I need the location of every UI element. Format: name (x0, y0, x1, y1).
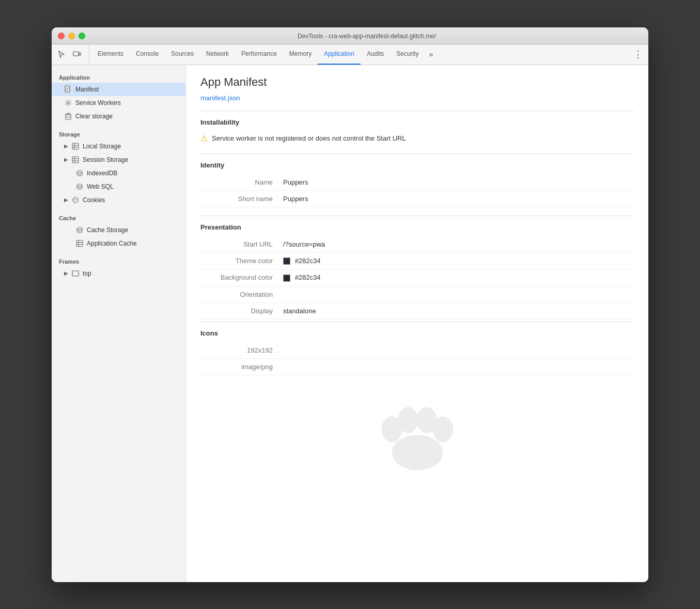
sidebar-item-service-workers[interactable]: Service Workers (52, 96, 185, 110)
sidebar-item-cache-storage[interactable]: Cache Storage (52, 223, 185, 237)
identity-title: Identity (200, 161, 634, 169)
session-storage-icon (71, 156, 80, 164)
display-label: Display (200, 307, 283, 315)
svg-point-20 (77, 184, 82, 186)
traffic-lights (58, 33, 85, 39)
tab-console[interactable]: Console (130, 44, 165, 65)
svg-rect-15 (72, 157, 79, 163)
short-name-row: Short name Puppers (200, 191, 634, 207)
paw-icon (371, 380, 464, 474)
name-label: Name (200, 178, 283, 186)
close-button[interactable] (58, 33, 65, 39)
indexeddb-icon (75, 169, 84, 177)
frame-icon (71, 269, 80, 278)
tab-performance[interactable]: Performance (235, 44, 283, 65)
sidebar-item-web-sql-label: Web SQL (87, 183, 114, 190)
svg-rect-1 (79, 53, 81, 55)
devtools-menu-button[interactable]: ⋮ (632, 44, 644, 65)
svg-rect-30 (72, 271, 79, 276)
sidebar-section-cache: Cache (52, 211, 185, 223)
sidebar-section-storage: Storage (52, 127, 185, 140)
display-row: Display standalone (200, 303, 634, 319)
svg-point-25 (77, 227, 82, 230)
start-url-label: Start URL (200, 240, 283, 248)
chevron-right-icon-3: ▶ (64, 197, 68, 203)
manifest-link[interactable]: manifest.json (200, 94, 240, 102)
svg-rect-11 (72, 143, 79, 149)
sidebar-item-cookies-label: Cookies (83, 196, 105, 204)
sidebar-item-session-storage-label: Session Storage (83, 156, 128, 163)
icon-size-label: 192x192 (200, 346, 283, 354)
sidebar-item-manifest[interactable]: Manifest (52, 83, 185, 96)
svg-point-21 (73, 197, 79, 203)
icons-title: Icons (200, 329, 634, 337)
tab-security[interactable]: Security (390, 44, 425, 65)
tab-memory[interactable]: Memory (283, 44, 318, 65)
sidebar-item-indexeddb[interactable]: IndexedDB (52, 166, 185, 180)
sidebar-item-clear-storage-label: Clear storage (75, 113, 113, 120)
name-row: Name Puppers (200, 174, 634, 191)
display-value: standalone (283, 307, 316, 315)
svg-point-22 (74, 199, 75, 200)
more-tabs-button[interactable]: » (425, 44, 438, 65)
tab-application[interactable]: Application (318, 44, 361, 65)
paw-icon-container (200, 380, 634, 474)
installability-title: Installability (200, 118, 634, 126)
name-value: Puppers (283, 178, 308, 186)
svg-point-19 (77, 171, 82, 173)
sidebar-item-application-cache-label: Application Cache (87, 240, 137, 247)
sidebar-section-application: Application (52, 70, 185, 83)
sidebar-section-frames: Frames (52, 254, 185, 267)
device-icon[interactable] (71, 49, 83, 60)
identity-section: Identity Name Puppers Short name Puppers (200, 154, 634, 207)
svg-point-6 (67, 102, 69, 104)
start-url-value[interactable]: /?source=pwa (283, 240, 325, 248)
content-area: App Manifest manifest.json Installabilit… (186, 65, 648, 582)
orientation-label: Orientation (200, 291, 283, 298)
icon-type-row: image/png (200, 359, 634, 375)
maximize-button[interactable] (79, 33, 85, 39)
sidebar-item-clear-storage[interactable]: Clear storage (52, 110, 185, 123)
tab-network[interactable]: Network (200, 44, 235, 65)
bg-color-swatch (283, 275, 290, 282)
main-layout: Application Manifest (52, 65, 648, 582)
short-name-value: Puppers (283, 195, 308, 203)
theme-color-value: #282c34 (283, 257, 321, 265)
minimize-button[interactable] (68, 33, 75, 39)
sidebar-item-cache-storage-label: Cache Storage (87, 226, 128, 234)
theme-color-label: Theme color (200, 257, 283, 265)
app-cache-icon (75, 239, 84, 248)
theme-color-swatch (283, 257, 290, 265)
sidebar-item-web-sql[interactable]: Web SQL (52, 180, 185, 193)
tab-elements[interactable]: Elements (91, 44, 130, 65)
chevron-right-icon: ▶ (64, 143, 68, 149)
sidebar-item-top-label: top (83, 270, 91, 277)
bg-color-value: #282c34 (283, 273, 321, 282)
sidebar-item-cookies[interactable]: ▶ Cookies (52, 193, 185, 207)
icons-section: Icons 192x192 image/png (200, 322, 634, 474)
cookies-icon (71, 196, 80, 204)
sidebar-item-indexeddb-label: IndexedDB (87, 170, 117, 177)
sidebar-item-local-storage-label: Local Storage (83, 143, 121, 150)
svg-rect-7 (66, 114, 71, 119)
sidebar-item-top[interactable]: ▶ top (52, 267, 185, 280)
svg-point-33 (398, 407, 418, 433)
chevron-right-icon-4: ▶ (64, 270, 68, 276)
devtools-window: DevTools - cra-web-app-manifest-defaut.g… (52, 27, 648, 582)
bg-color-label: Background color (200, 273, 283, 281)
warning-icon: ⚠ (200, 133, 208, 143)
sidebar-item-session-storage[interactable]: ▶ Session Storage (52, 153, 185, 166)
svg-point-23 (76, 199, 77, 200)
cache-storage-icon (75, 226, 84, 234)
devtools-toolbar: Elements Console Sources Network Perform… (52, 44, 648, 65)
sidebar-item-local-storage[interactable]: ▶ Local Storage (52, 140, 185, 153)
tab-audits[interactable]: Audits (361, 44, 390, 65)
cursor-icon[interactable] (56, 49, 67, 60)
installability-warning-text: Service worker is not registered or does… (212, 134, 406, 142)
presentation-title: Presentation (200, 223, 634, 231)
chevron-right-icon-2: ▶ (64, 157, 68, 162)
tab-sources[interactable]: Sources (165, 44, 200, 65)
svg-point-35 (432, 416, 453, 442)
title-bar: DevTools - cra-web-app-manifest-defaut.g… (52, 27, 648, 44)
sidebar-item-application-cache[interactable]: Application Cache (52, 237, 185, 250)
